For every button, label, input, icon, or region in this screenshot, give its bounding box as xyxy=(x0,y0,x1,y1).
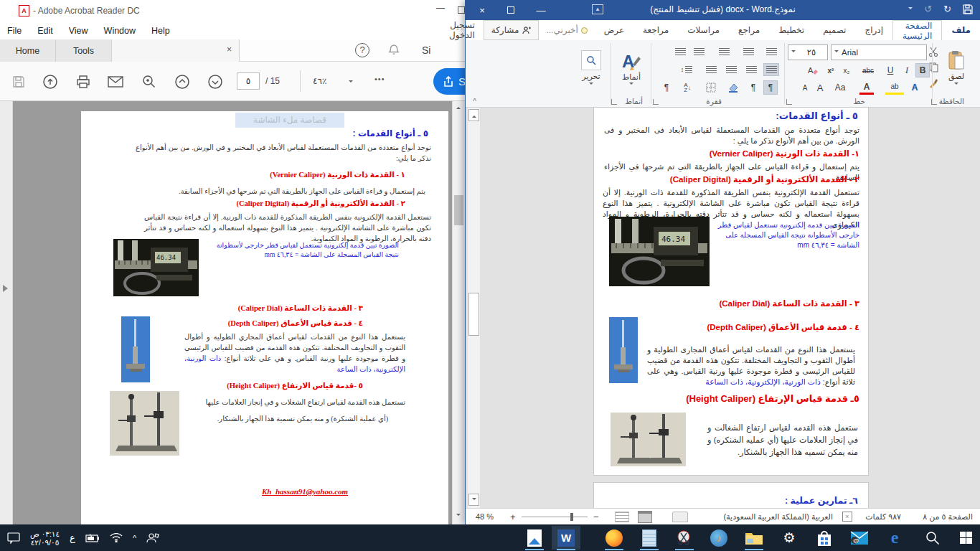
redo-icon[interactable]: ↻ xyxy=(943,4,951,14)
taskbar-edge-app[interactable]: e xyxy=(880,526,909,550)
scrollbar-thumb[interactable] xyxy=(468,293,479,336)
show-hidden-icons-chevron[interactable]: ^ xyxy=(133,534,136,542)
start-button[interactable] xyxy=(951,526,980,550)
expand-nav-icon[interactable] xyxy=(3,285,11,292)
font-dialog-launcher-icon[interactable] xyxy=(786,99,792,105)
rtl-direction-button[interactable]: ¶ xyxy=(763,80,778,95)
subscript-button[interactable]: x₂ xyxy=(839,63,854,77)
taskbar-settings-app[interactable]: ⚙ xyxy=(775,526,804,550)
editing-button[interactable]: تحرير xyxy=(577,44,606,93)
more-tools-icon[interactable]: ••• xyxy=(374,75,385,83)
tab-document[interactable]: × xyxy=(112,39,240,62)
cloud-upload-icon[interactable] xyxy=(42,73,59,90)
taskbar-firefox-app[interactable] xyxy=(600,526,628,550)
show-paragraph-marks-button[interactable]: ¶ xyxy=(660,80,673,95)
email-link[interactable]: Kh_hassan91@yahoo.com xyxy=(262,487,348,496)
bold-button[interactable]: B xyxy=(915,63,930,77)
tab-view[interactable]: عرض xyxy=(595,20,633,40)
wifi-icon[interactable] xyxy=(110,533,123,542)
paragraph-dialog-launcher-icon[interactable] xyxy=(653,99,659,105)
taskbar-word-app[interactable]: W xyxy=(552,526,580,550)
numbering-icon[interactable] xyxy=(740,46,756,57)
page-up-icon[interactable] xyxy=(174,73,191,90)
navigation-pane-strip[interactable] xyxy=(0,101,13,524)
email-icon[interactable] xyxy=(107,73,124,90)
undo-icon[interactable]: ↺ xyxy=(924,4,932,14)
save-icon[interactable] xyxy=(963,4,973,14)
highlight-color-button[interactable]: ab xyxy=(885,80,904,95)
print-icon[interactable] xyxy=(75,73,92,90)
taskbar-store-app[interactable] xyxy=(810,526,839,550)
print-layout-view-icon[interactable] xyxy=(638,511,652,523)
scroll-down-icon[interactable] xyxy=(456,514,461,518)
shrink-font-button[interactable]: A xyxy=(799,80,811,95)
page-number-input[interactable]: ٥ xyxy=(237,72,260,90)
menu-window[interactable]: Window xyxy=(104,26,136,36)
taskbar-notepad-app[interactable] xyxy=(635,526,664,550)
close-tab-icon[interactable]: × xyxy=(227,44,232,55)
help-icon[interactable]: ? xyxy=(355,43,369,57)
align-left-button[interactable] xyxy=(723,63,739,76)
zoom-out-button[interactable]: − xyxy=(593,512,599,522)
paste-button[interactable]: لصق xyxy=(941,44,971,93)
zoom-search-icon[interactable] xyxy=(141,73,158,90)
format-painter-icon[interactable] xyxy=(927,77,940,89)
shading-icon[interactable] xyxy=(725,80,742,95)
font-size-combo[interactable]: ٢٥ xyxy=(788,44,828,60)
minimize-button[interactable]: — xyxy=(436,3,445,13)
strikethrough-button[interactable]: abc xyxy=(857,63,880,77)
zoom-in-button[interactable]: + xyxy=(510,512,516,522)
customize-qat-icon[interactable] xyxy=(908,7,913,11)
tab-home[interactable]: Home xyxy=(0,39,56,62)
scroll-up-icon[interactable] xyxy=(456,105,461,109)
read-mode-view-icon[interactable] xyxy=(672,512,688,522)
clock[interactable]: ٠٣:١٤ ص ٤٢/٠٩/٠٥ xyxy=(30,529,60,547)
tab-layout[interactable]: تخطيط xyxy=(769,20,814,40)
scroll-down-button[interactable] xyxy=(468,494,479,506)
tab-mailings[interactable]: مراسلات xyxy=(678,20,729,40)
save-icon[interactable] xyxy=(10,73,27,90)
text-effects-button[interactable]: A xyxy=(907,80,923,95)
page-indicator[interactable]: الصفحة ٥ من ٨ xyxy=(923,512,973,522)
zoom-dropdown-icon[interactable] xyxy=(349,80,353,85)
web-layout-view-icon[interactable] xyxy=(615,512,629,522)
scrollbar-thumb[interactable] xyxy=(454,195,463,225)
align-right-button[interactable] xyxy=(763,63,779,76)
font-name-combo[interactable]: Arial xyxy=(831,44,927,60)
cut-icon[interactable] xyxy=(927,46,940,57)
menu-file[interactable]: File xyxy=(7,26,22,36)
page-down-icon[interactable] xyxy=(207,73,224,90)
tab-tools[interactable]: Tools xyxy=(56,39,112,62)
sign-in-link[interactable]: تسجيل الدخول xyxy=(440,20,484,40)
action-center-icon[interactable] xyxy=(7,532,20,544)
decrease-indent-icon[interactable] xyxy=(692,46,706,57)
styles-button[interactable]: A أنماط xyxy=(616,44,647,93)
zoom-slider-track[interactable] xyxy=(522,517,588,517)
tab-home[interactable]: الصفحة الرئيسية xyxy=(892,20,942,40)
clear-formatting-icon[interactable]: A xyxy=(805,63,821,77)
align-center-button[interactable] xyxy=(743,63,759,76)
proofing-error-icon[interactable]: × xyxy=(842,512,852,522)
tab-insert[interactable]: إدراج xyxy=(855,20,892,40)
italic-button[interactable]: I xyxy=(901,63,913,77)
borders-icon[interactable] xyxy=(703,80,719,95)
acrobat-scrollbar[interactable] xyxy=(452,101,465,524)
sign-in-link[interactable]: Si xyxy=(422,44,430,56)
scroll-up-button[interactable] xyxy=(468,109,479,121)
increase-indent-icon[interactable] xyxy=(673,46,687,57)
word-count[interactable]: ٩٨٧ كلمات xyxy=(865,512,901,522)
change-case-button[interactable]: Aa xyxy=(831,80,849,95)
tab-design[interactable]: تصميم xyxy=(814,20,855,40)
superscript-button[interactable]: x² xyxy=(824,63,838,77)
underline-button[interactable]: U xyxy=(881,63,900,77)
zoom-slider-thumb[interactable] xyxy=(570,513,573,521)
word-scrollbar[interactable] xyxy=(468,108,481,508)
bell-icon[interactable] xyxy=(387,44,400,57)
font-color-button[interactable]: A xyxy=(859,80,874,95)
multilevel-list-icon[interactable] xyxy=(716,46,732,57)
line-spacing-icon[interactable]: ↕ xyxy=(677,63,696,76)
share-button[interactable]: مشاركة xyxy=(484,20,540,40)
zoom-percent[interactable]: 48 % xyxy=(476,512,494,521)
input-language-indicator[interactable]: ع xyxy=(70,532,75,543)
people-icon[interactable] xyxy=(146,533,159,543)
